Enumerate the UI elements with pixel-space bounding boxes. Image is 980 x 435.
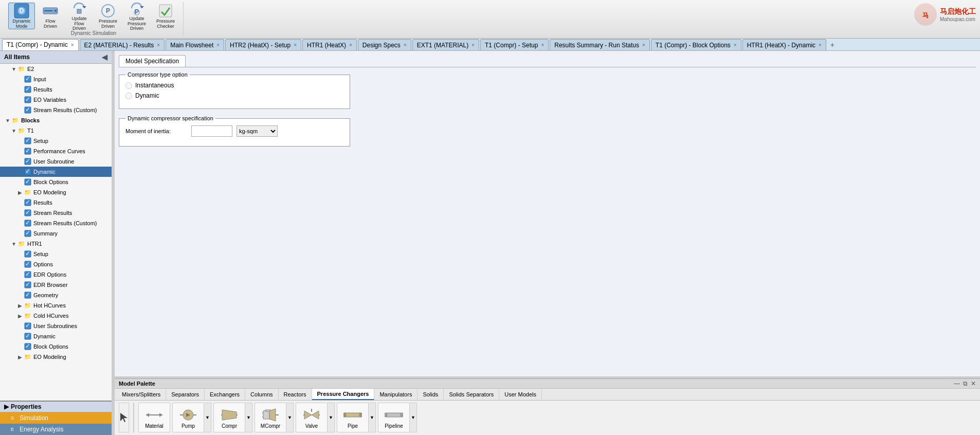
tree-item-t1-stream-custom[interactable]: ✓Stream Results (Custom) (0, 218, 112, 228)
tab-t1-setup[interactable]: T1 (Compr) - Setup× (480, 39, 549, 50)
flow-driven-button[interactable]: Flow Driven (37, 3, 64, 29)
tree-item-t1-block-options[interactable]: ✓Block Options (0, 177, 112, 187)
palette-tab-separators[interactable]: Separators (166, 389, 205, 400)
palette-tab-manipulators[interactable]: Manipulators (374, 389, 418, 400)
tree-item-t1[interactable]: ▼📁T1 (0, 125, 112, 136)
tab-htr1-dynamic[interactable]: HTR1 (HeatX) - Dynamic× (742, 39, 826, 50)
model-specification-tab[interactable]: Model Specification (119, 55, 186, 67)
tree-item-htr1-edr-options[interactable]: ✓EDR Options (0, 269, 112, 280)
tree-item-eo-modeling[interactable]: ▶📁EO Modeling (0, 187, 112, 197)
palette-detach-btn[interactable]: ⧉ (963, 380, 968, 387)
tab-results-summary[interactable]: Results Summary - Run Status× (550, 39, 650, 50)
tree-toggle-t1[interactable]: ▼ (10, 128, 17, 134)
tree-toggle-htr1[interactable]: ▼ (10, 241, 17, 247)
palette-dropdown-pump[interactable]: ▼ (204, 403, 211, 432)
tree-item-t1-setup[interactable]: ✓Setup (0, 136, 112, 146)
tree-item-t1-user-subroutine[interactable]: ✓User Subroutine (0, 156, 112, 167)
simulation-panel-item[interactable]: S Simulation (0, 412, 112, 424)
tab-close-t1-dynamic[interactable]: × (71, 42, 74, 48)
tab-close-results-summary[interactable]: × (642, 42, 645, 48)
palette-item-pump[interactable]: Pump (172, 403, 204, 432)
pressure-driven-button[interactable]: P Pressure Driven (95, 3, 121, 29)
tree-item-t1-results[interactable]: ✓Results (0, 197, 112, 208)
tab-close-design-specs[interactable]: × (404, 42, 407, 48)
tree-item-htr1-block-options[interactable]: ✓Block Options (0, 341, 112, 352)
tree-item-htr1-user-subroutines[interactable]: ✓User Subroutines (0, 321, 112, 331)
palette-minimize-btn[interactable]: — (954, 380, 960, 387)
palette-dropdown-mcompr[interactable]: ▼ (286, 403, 294, 432)
instantaneous-radio[interactable] (125, 82, 132, 89)
tree-toggle-htr1-hot-hcurves[interactable]: ▶ (16, 303, 24, 309)
palette-tab-exchangers[interactable]: Exchangers (205, 389, 245, 400)
tree-item-e2-results[interactable]: ✓Results (0, 84, 112, 95)
properties-panel-header[interactable]: ▶ Properties (0, 402, 112, 412)
tree-item-blocks[interactable]: ▼📁Blocks (0, 115, 112, 125)
palette-tab-pressure-changers[interactable]: Pressure Changers (312, 389, 375, 400)
palette-item-pipe[interactable]: Pipe (337, 403, 369, 432)
palette-item-pipeline[interactable]: Pipeline (378, 403, 410, 432)
tree-item-t1-summary[interactable]: ✓Summary (0, 228, 112, 239)
tree-toggle-e2[interactable]: ▼ (10, 66, 17, 72)
palette-tab-solids-separators[interactable]: Solids Separators (444, 389, 499, 400)
palette-tab-user-models[interactable]: User Models (499, 389, 542, 400)
palette-item-compr[interactable]: Compr (213, 403, 245, 432)
tab-close-htr2-setup[interactable]: × (294, 42, 297, 48)
tree-item-htr1-cold-hcurves[interactable]: ▶📁Cold HCurves (0, 311, 112, 321)
tree-item-e2-input[interactable]: ✓Input (0, 74, 112, 84)
palette-item-material[interactable]: Material (138, 403, 170, 432)
tree-item-e2[interactable]: ▼📁E2 (0, 64, 112, 74)
moment-of-inertia-input[interactable] (191, 125, 232, 137)
update-flow-driven-button[interactable]: Update Flow Driven (66, 3, 93, 29)
tree-item-htr1-edr-browser[interactable]: ✓EDR Browser (0, 280, 112, 290)
tab-close-t1-setup[interactable]: × (541, 42, 544, 48)
tree-item-htr1-eo-modeling[interactable]: ▶📁EO Modeling (0, 352, 112, 362)
palette-tab-mixers-splitters[interactable]: Mixers/Splitters (117, 389, 166, 400)
palette-tab-solids[interactable]: Solids (418, 389, 444, 400)
palette-dropdown-pipe[interactable]: ▼ (369, 403, 376, 432)
tree-item-htr1-setup[interactable]: ✓Setup (0, 249, 112, 259)
tab-close-htr1-dynamic[interactable]: × (819, 42, 822, 48)
tree-item-htr1-geometry[interactable]: ✓Geometry (0, 290, 112, 300)
tree-item-t1-perf-curves[interactable]: ✓Performance Curves (0, 146, 112, 156)
tab-htr2-setup[interactable]: HTR2 (HeatX) - Setup× (225, 39, 301, 50)
update-pressure-button[interactable]: P Update Pressure Driven (123, 3, 150, 29)
tab-close-main-flowsheet[interactable]: × (216, 42, 220, 48)
tree-item-htr1-hot-hcurves[interactable]: ▶📁Hot HCurves (0, 300, 112, 311)
tree-item-htr1[interactable]: ▼📁HTR1 (0, 239, 112, 249)
tab-close-htr1-heatx[interactable]: × (349, 42, 352, 48)
tab-design-specs[interactable]: Design Specs× (358, 39, 411, 50)
tree-item-t1-dynamic[interactable]: ✓Dynamic (0, 167, 112, 177)
moment-of-inertia-unit-select[interactable]: kg-sqm (237, 125, 278, 137)
dynamic-mode-button[interactable]: D Dynamic Mode (8, 3, 35, 29)
palette-tab-reactors[interactable]: Reactors (279, 389, 312, 400)
palette-close-btn[interactable]: ✕ (971, 380, 976, 387)
tab-close-ext1-material[interactable]: × (471, 42, 475, 48)
tab-e2-material[interactable]: E2 (MATERIAL) - Results× (80, 39, 165, 50)
tab-t1-block-options[interactable]: T1 (Compr) - Block Options× (651, 39, 741, 50)
tab-t1-dynamic[interactable]: T1 (Compr) - Dynamic× (2, 39, 79, 50)
palette-item-valve[interactable]: Valve (296, 403, 328, 432)
palette-tab-columns[interactable]: Columns (245, 389, 278, 400)
palette-dropdown-pipeline[interactable]: ▼ (410, 403, 417, 432)
tree-item-e2-stream-results[interactable]: ✓Stream Results (Custom) (0, 105, 112, 115)
dynamic-radio[interactable] (125, 93, 132, 99)
energy-analysis-item[interactable]: E Energy Analysis (0, 424, 112, 435)
palette-item-mcompr[interactable]: MCompr (255, 403, 286, 432)
tab-main-flowsheet[interactable]: Main Flowsheet× (166, 39, 224, 50)
tree-item-htr1-options[interactable]: ✓Options (0, 259, 112, 269)
tree-item-e2-eo-variables[interactable]: ✓EO Variables (0, 95, 112, 105)
tab-htr1-heatx[interactable]: HTR1 (HeatX)× (302, 39, 357, 50)
tab-close-e2-material[interactable]: × (157, 42, 160, 48)
tree-item-t1-stream-results[interactable]: ✓Stream Results (0, 208, 112, 218)
tree-toggle-eo-modeling[interactable]: ▶ (16, 190, 24, 195)
tab-ext1-material[interactable]: EXT1 (MATERIAL)× (412, 39, 479, 50)
tree-toggle-htr1-cold-hcurves[interactable]: ▶ (16, 313, 24, 319)
palette-dropdown-compr[interactable]: ▼ (245, 403, 252, 432)
tree-item-htr1-dynamic[interactable]: ✓Dynamic (0, 331, 112, 341)
palette-cursor-tool[interactable] (119, 403, 129, 432)
sidebar-collapse-button[interactable]: ◀ (102, 53, 107, 61)
pressure-checker-button[interactable]: Pressure Checker (152, 3, 179, 29)
palette-dropdown-valve[interactable]: ▼ (328, 403, 335, 432)
tab-add-button[interactable]: + (827, 39, 838, 50)
tab-close-t1-block-options[interactable]: × (734, 42, 737, 48)
